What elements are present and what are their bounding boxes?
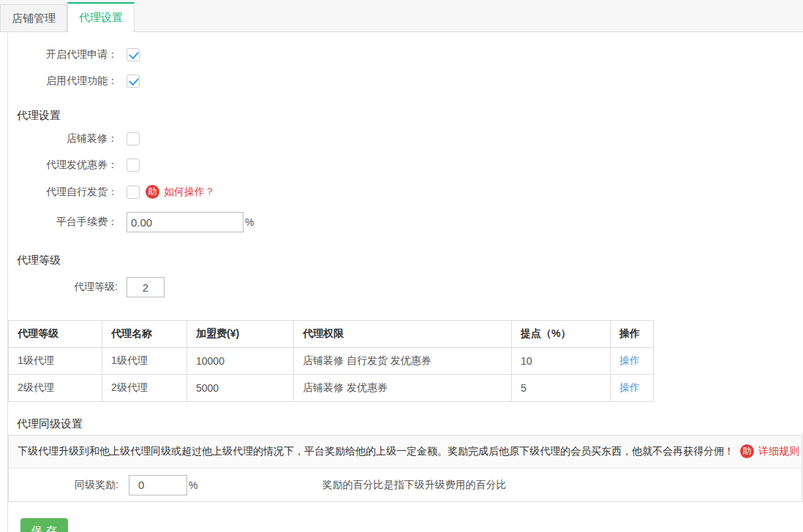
tab-bar: 店铺管理 代理设置 [0,0,803,32]
table-row: 1级代理 1级代理 10000 店铺装修 自行发货 发优惠券 10 操作 [9,348,654,375]
col-header-fee: 加盟费(¥) [187,321,294,348]
agent-settings-panel: 开启代理申请： 启用代理功能： 代理设置 店铺装修： 代理发优惠券： 代理自行发… [7,32,803,532]
enable-agent-function-label: 启用代理功能： [8,75,118,88]
agent-self-shipping-label: 代理自行发货： [8,186,118,199]
agent-self-shipping-checkbox[interactable] [127,186,140,199]
detailed-rules-link[interactable]: 详细规则 [758,445,799,458]
cell-perms: 店铺装修 自行发货 发优惠券 [294,348,512,375]
cell-perms: 店铺装修 发优惠券 [294,375,512,402]
tab-agent-settings[interactable]: 代理设置 [67,2,135,32]
same-level-reward-input[interactable] [129,475,187,495]
enable-agent-function-row: 启用代理功能： [8,75,803,88]
agent-coupon-label: 代理发优惠券： [8,159,118,172]
same-level-notice-text: 下级代理升级到和他上级代理同级或超过他上级代理的情况下，平台奖励给他的上级一定金… [18,445,734,458]
help-icon: 助 [146,185,159,199]
how-to-operate-link[interactable]: 如何操作？ [164,186,215,199]
cell-fee: 5000 [187,375,294,402]
cell-rate: 10 [512,348,611,375]
row2-action-link[interactable]: 操作 [619,381,640,393]
col-header-perms: 代理权限 [294,321,512,348]
shop-decoration-label: 店铺装修： [8,132,118,145]
agent-coupon-row: 代理发优惠券： [8,159,803,172]
platform-fee-input[interactable] [127,212,244,232]
same-level-reward-label: 同级奖励: [9,479,118,492]
table-header-row: 代理等级 代理名称 加盟费(¥) 代理权限 提点（%） 操作 [9,321,654,348]
same-level-reward-row: 同级奖励: % 奖励的百分比是指下级升级费用的百分比 [9,468,802,501]
col-header-action: 操作 [611,321,654,348]
agent-level-label: 代理等级: [8,281,118,294]
col-header-rate: 提点（%） [512,321,611,348]
agent-level-section-title: 代理等级 [17,254,803,267]
platform-fee-suffix: % [245,216,254,228]
shop-decoration-checkbox[interactable] [127,132,140,145]
tab-shop-management[interactable]: 店铺管理 [0,4,67,31]
row1-action-link[interactable]: 操作 [619,354,640,366]
agent-coupon-checkbox[interactable] [127,159,140,172]
same-level-reward-suffix: % [189,479,197,491]
same-level-section-title: 代理同级设置 [17,417,803,431]
cell-level: 1级代理 [9,348,102,375]
cell-rate: 5 [512,375,611,402]
agent-level-row: 代理等级: [8,277,803,297]
save-button[interactable]: 保存 [20,518,68,532]
platform-fee-label: 平台手续费： [8,216,118,229]
table-row: 2级代理 2级代理 5000 店铺装修 发优惠券 5 操作 [9,375,654,402]
enable-agent-function-checkbox[interactable] [127,75,140,88]
cell-name: 2级代理 [102,375,187,402]
enable-agent-apply-checkbox[interactable] [127,48,140,61]
agent-level-input[interactable] [127,277,165,297]
same-level-reward-remark: 奖励的百分比是指下级升级费用的百分比 [322,479,506,492]
enable-agent-apply-label: 开启代理申请： [8,48,118,61]
shop-decoration-row: 店铺装修： [8,132,803,145]
col-header-name: 代理名称 [102,321,187,348]
cell-level: 2级代理 [9,375,102,402]
agent-self-shipping-row: 代理自行发货： 助 如何操作？ [8,185,803,199]
enable-agent-apply-row: 开启代理申请： [8,48,803,61]
cell-name: 1级代理 [102,348,187,375]
agent-settings-section-title: 代理设置 [17,109,803,123]
agent-levels-table: 代理等级 代理名称 加盟费(¥) 代理权限 提点（%） 操作 1级代理 1级代理… [8,320,654,402]
cell-fee: 10000 [187,348,294,375]
platform-fee-row: 平台手续费： % [8,212,803,232]
col-header-level: 代理等级 [9,321,102,348]
same-level-notice: 下级代理升级到和他上级代理同级或超过他上级代理的情况下，平台奖励给他的上级一定金… [9,436,802,468]
same-level-box: 下级代理升级到和他上级代理同级或超过他上级代理的情况下，平台奖励给他的上级一定金… [8,435,802,502]
help-icon: 助 [740,444,754,458]
